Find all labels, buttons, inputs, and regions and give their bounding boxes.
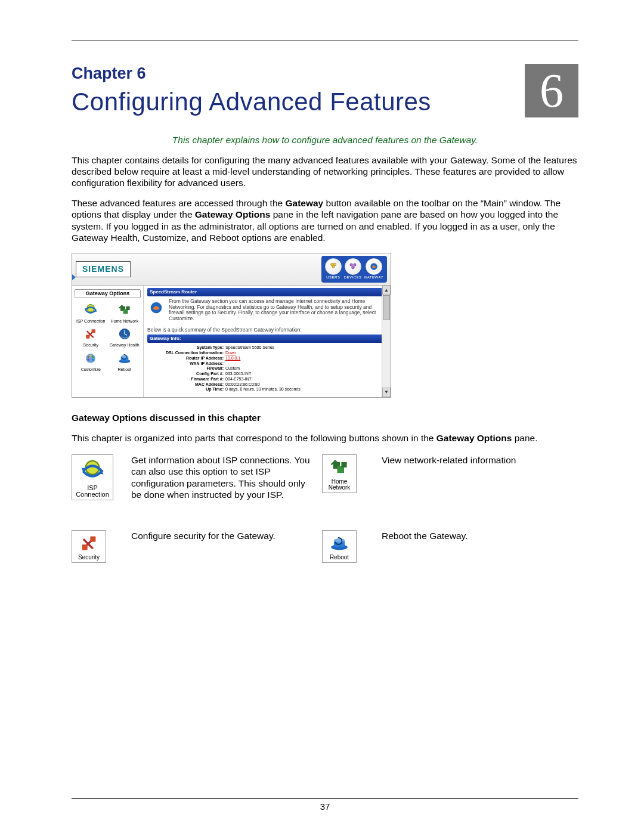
chapter-title: Configuring Advanced Features <box>72 86 513 118</box>
chapter-label: Chapter 6 <box>72 64 513 84</box>
card-isp-text: Get information about ISP connections. Y… <box>131 454 310 501</box>
section-bar-info: Gateway Info: <box>147 335 387 343</box>
users-icon <box>325 258 342 275</box>
toolbar-users-button[interactable]: USERS <box>325 258 342 280</box>
scrollbar[interactable]: ▲ ▼ <box>382 286 391 397</box>
home-icon <box>116 302 133 318</box>
toolbar-gateway-button[interactable]: GATEWAY <box>364 258 383 280</box>
card-security: Security <box>72 530 106 563</box>
dsl-status-link[interactable]: Down <box>225 351 236 355</box>
sidebar-item-home[interactable]: Home Network <box>109 302 141 323</box>
toolbar-devices-button[interactable]: DEVICES <box>344 258 362 280</box>
card-home-text: View network-related information <box>382 454 561 466</box>
brand-logo: SIEMENS <box>76 261 131 278</box>
card-reboot: Reboot <box>322 530 357 563</box>
page-footer: 37 <box>72 798 578 813</box>
card-isp: ISP Connection <box>72 454 113 500</box>
sidebar-item-security[interactable]: Security <box>75 326 107 347</box>
gateway-main-panel: SpeedStream Router From the Gateway sect… <box>144 286 391 397</box>
customize-icon <box>82 350 99 367</box>
section-bar-router: SpeedStream Router <box>147 288 387 296</box>
devices-icon <box>345 258 361 275</box>
chapter-number-badge: 6 <box>525 64 578 117</box>
chapter-tagline: This chapter explains how to configure a… <box>72 134 578 145</box>
card-security-text: Configure security for the Gateway. <box>131 530 310 541</box>
page-number: 37 <box>72 801 578 813</box>
subsection-intro: This chapter is organized into parts tha… <box>72 432 578 444</box>
intro-paragraph-1: This chapter contains details for config… <box>72 154 578 189</box>
health-icon <box>116 326 133 342</box>
home-icon <box>329 457 349 478</box>
sidebar-title: Gateway Options <box>75 289 141 298</box>
option-cards-grid: ISP Connection Get information about ISP… <box>72 454 578 563</box>
reboot-icon <box>329 533 349 553</box>
gateway-options-sidebar: Gateway Options ISP Connection Home Netw… <box>72 286 144 397</box>
sidebar-item-customize[interactable]: Customize <box>75 350 107 371</box>
card-reboot-text: Reboot the Gateway. <box>382 530 561 541</box>
sidebar-item-isp[interactable]: ISP Connection <box>75 302 107 323</box>
isp-icon <box>82 302 99 318</box>
security-icon <box>82 326 99 342</box>
card-home: Home Network <box>322 454 357 493</box>
router-ip-link[interactable]: 10.0.0.1 <box>225 356 240 360</box>
gateway-info-table: System Type:SpeedStream 5500 Series DSL … <box>147 345 387 392</box>
isp-icon <box>80 459 105 484</box>
sidebar-item-health[interactable]: Gateway Health <box>109 326 141 347</box>
quick-summary-text: Below is a quick summary of the SpeedStr… <box>147 327 387 333</box>
subsection-heading: Gateway Options discussed in this chapte… <box>72 412 578 423</box>
sidebar-item-reboot[interactable]: Reboot <box>109 350 141 371</box>
gateway-icon <box>366 258 382 275</box>
chapter-header: Chapter 6 Configuring Advanced Features … <box>72 64 578 117</box>
scroll-down-button[interactable]: ▼ <box>382 388 391 397</box>
security-icon <box>79 533 99 553</box>
gateway-admin-screenshot: SIEMENS USERS DEVICES GATEWAY Gateway <box>72 253 391 398</box>
reboot-icon <box>116 350 133 367</box>
gateway-lead-text: From the Gateway section you can access … <box>169 299 387 322</box>
top-toolbar: USERS DEVICES GATEWAY <box>321 256 387 283</box>
cursor-icon <box>72 274 76 280</box>
top-rule <box>72 41 578 41</box>
scroll-thumb[interactable] <box>383 295 390 320</box>
scroll-up-button[interactable]: ▲ <box>382 286 391 295</box>
intro-paragraph-2: These advanced features are accessed thr… <box>72 197 578 244</box>
gateway-lead-icon <box>147 299 165 317</box>
